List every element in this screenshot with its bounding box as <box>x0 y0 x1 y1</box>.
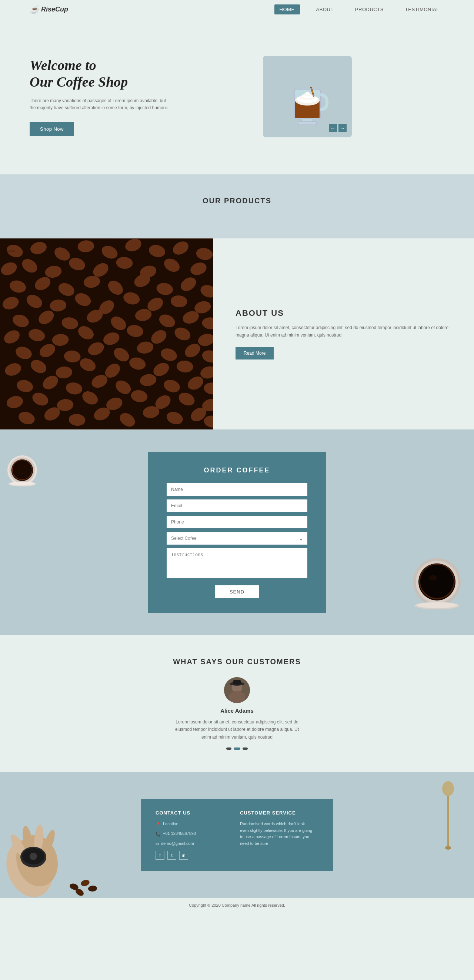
avatar-svg <box>224 677 250 703</box>
testimonial-dot-3[interactable] <box>243 748 248 750</box>
order-section: ORDER COFFEE Select Cofee Espresso Cappu… <box>0 430 474 635</box>
order-instructions-textarea[interactable] <box>167 548 307 578</box>
testimonial-dot-2[interactable] <box>234 748 240 750</box>
footer-service-col: CUSTOMER SERVICE Randomised words which … <box>234 810 318 860</box>
footer-bg-image <box>0 794 111 898</box>
svg-rect-135 <box>233 680 241 684</box>
email-icon: ✉ <box>156 841 159 848</box>
hero-description: There are many variations of passages of… <box>30 97 170 111</box>
hero-section: Welcome to Our Coffee Shop There are man… <box>0 19 474 174</box>
order-send-button[interactable]: SEND <box>215 585 259 598</box>
footer-service-title: CUSTOMER SERVICE <box>240 810 313 816</box>
about-section: ABOUT US Lorem ipsum dolor sit amet, con… <box>0 239 474 430</box>
testimonial-avatar <box>224 677 250 703</box>
svg-point-121 <box>9 482 35 486</box>
footer-contact-col: CONTACT US 📍 Location 📞 +01 12345567890 … <box>156 810 234 860</box>
order-name-input[interactable] <box>167 483 307 496</box>
footer-email-text: demo@gmail.com <box>161 840 194 847</box>
svg-point-151 <box>445 846 451 850</box>
svg-point-118 <box>14 461 31 478</box>
nav-products[interactable]: PRODUCTS <box>350 5 389 14</box>
card-next-button[interactable]: → <box>339 124 347 132</box>
products-title: OUR PRODUCTS <box>30 197 444 205</box>
spoon-svg <box>441 780 455 853</box>
hero-title-line2: Our Coffee Shop <box>30 74 128 90</box>
footer-contact-title: CONTACT US <box>156 810 228 816</box>
about-description: Lorem ipsum dolor sit amet, consectetur … <box>235 324 452 339</box>
social-twitter[interactable]: t <box>167 851 176 860</box>
testimonial-dots <box>30 748 444 750</box>
footer-email: ✉ demo@gmail.com <box>156 840 228 848</box>
social-icons: f t in <box>156 851 228 860</box>
coffee-cup-illustration <box>283 67 331 126</box>
social-linkedin[interactable]: in <box>179 851 188 860</box>
svg-rect-10 <box>302 119 313 122</box>
coffee-card: ← → <box>263 56 352 137</box>
order-cup-left <box>0 441 52 500</box>
footer-spoon <box>441 780 455 855</box>
card-controls: ← → <box>329 124 347 132</box>
order-email-input[interactable] <box>167 500 307 512</box>
brand-name: RiseCup <box>41 6 68 13</box>
footer-location: 📍 Location <box>156 821 228 828</box>
nav-home[interactable]: HOME <box>274 5 300 14</box>
svg-point-148 <box>88 885 97 892</box>
order-phone-input[interactable] <box>167 516 307 528</box>
brand-icon: ☕ <box>30 5 39 14</box>
footer-phone-text: +01 12345567890 <box>163 830 196 837</box>
order-title: ORDER COFFEE <box>167 466 307 474</box>
hero-image-area: ← → <box>170 56 444 137</box>
svg-point-127 <box>422 566 453 597</box>
order-form: ORDER COFFEE Select Cofee Espresso Cappu… <box>148 452 326 613</box>
testimonial-name: Alice Adams <box>30 708 444 714</box>
brand-logo[interactable]: ☕ RiseCup <box>30 5 68 14</box>
testimonial-text: Lorem ipsum dolor sit amet, consectetur … <box>174 718 300 741</box>
svg-rect-11 <box>298 122 317 125</box>
svg-point-144 <box>30 853 37 860</box>
svg-point-130 <box>416 602 457 608</box>
footer-section: CONTACT US 📍 Location 📞 +01 12345567890 … <box>0 772 474 898</box>
about-content: ABOUT US Lorem ipsum dolor sit amet, con… <box>213 239 474 430</box>
hero-content: Welcome to Our Coffee Shop There are man… <box>30 57 170 137</box>
location-icon: 📍 <box>156 821 161 828</box>
svg-point-149 <box>442 781 454 796</box>
testimonial-title: WHAT SAYS OUR CUSTOMERS <box>30 657 444 666</box>
social-facebook[interactable]: f <box>156 851 164 860</box>
footer-phone: 📞 +01 12345567890 <box>156 830 228 837</box>
footer-content: CONTACT US 📍 Location 📞 +01 12345567890 … <box>141 799 333 871</box>
svg-point-146 <box>80 879 90 887</box>
footer-location-text: Location <box>163 821 178 827</box>
testimonial-section: WHAT SAYS OUR CUSTOMERS Alice Adams Lore… <box>0 635 474 772</box>
hero-title-line1: Welcome to <box>30 57 96 73</box>
copyright-text: Copyright © 2020 Company name All rights… <box>189 903 285 907</box>
testimonial-dot-1[interactable] <box>226 748 231 750</box>
order-cup-right <box>400 550 474 624</box>
card-prev-button[interactable]: ← <box>329 124 337 132</box>
nav-testimonial[interactable]: TESTIMONIAL <box>400 5 444 14</box>
footer-hand-svg <box>0 794 111 898</box>
products-section: OUR PRODUCTS <box>0 174 474 239</box>
navbar: ☕ RiseCup HOME ABOUT PRODUCTS TESTIMONIA… <box>0 0 474 19</box>
about-image <box>0 239 213 430</box>
order-select-wrapper: Select Cofee Espresso Cappuccino Latte A… <box>167 532 307 548</box>
order-coffee-select[interactable]: Select Cofee Espresso Cappuccino Latte A… <box>167 532 307 545</box>
hero-title: Welcome to Our Coffee Shop <box>30 57 170 91</box>
nav-links: HOME ABOUT PRODUCTS TESTIMONIAL <box>274 5 444 14</box>
svg-point-128 <box>429 575 437 581</box>
svg-point-7 <box>305 92 309 95</box>
svg-rect-150 <box>447 795 449 848</box>
copyright: Copyright © 2020 Company name All rights… <box>0 898 474 913</box>
about-title: ABOUT US <box>235 309 452 318</box>
phone-icon: 📞 <box>156 831 161 837</box>
read-more-button[interactable]: Read More <box>235 347 274 360</box>
shop-now-button[interactable]: Shop Now <box>30 122 74 136</box>
nav-about[interactable]: ABOUT <box>311 5 339 14</box>
footer-service-text: Randomised words which don't look even s… <box>240 821 313 847</box>
